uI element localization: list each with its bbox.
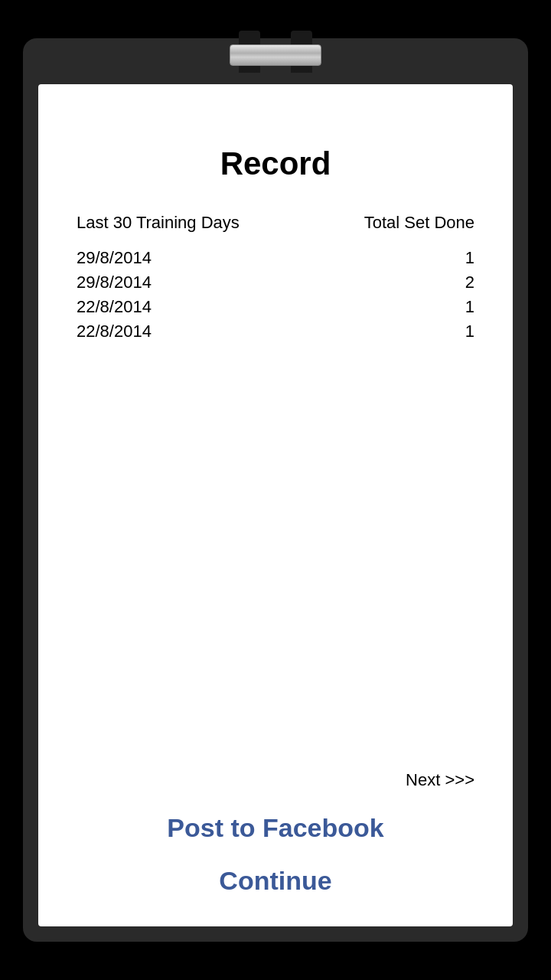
row-count: 2 (465, 273, 474, 292)
table-row: 22/8/2014 1 (77, 297, 474, 317)
next-button[interactable]: Next >>> (69, 770, 482, 790)
row-count: 1 (465, 322, 474, 341)
row-count: 1 (465, 248, 474, 268)
table-row: 22/8/2014 1 (77, 322, 474, 341)
row-date: 22/8/2014 (77, 297, 152, 317)
column-left-header: Last 30 Training Days (77, 213, 240, 233)
clipboard-clip (222, 31, 329, 100)
table-row: 29/8/2014 1 (77, 248, 474, 268)
table-header: Last 30 Training Days Total Set Done (69, 213, 482, 233)
continue-button[interactable]: Continue (69, 866, 482, 896)
post-to-facebook-button[interactable]: Post to Facebook (69, 813, 482, 843)
row-date: 29/8/2014 (77, 248, 152, 268)
row-date: 22/8/2014 (77, 322, 152, 341)
row-date: 29/8/2014 (77, 273, 152, 292)
spacer (69, 341, 482, 770)
table-rows: 29/8/2014 1 29/8/2014 2 22/8/2014 1 22/8… (69, 248, 482, 341)
table-row: 29/8/2014 2 (77, 273, 474, 292)
clipboard: Record Last 30 Training Days Total Set D… (23, 38, 528, 942)
row-count: 1 (465, 297, 474, 317)
page-title: Record (69, 145, 482, 182)
clip-bar (230, 44, 321, 66)
column-right-header: Total Set Done (364, 213, 474, 233)
paper: Record Last 30 Training Days Total Set D… (38, 84, 513, 926)
